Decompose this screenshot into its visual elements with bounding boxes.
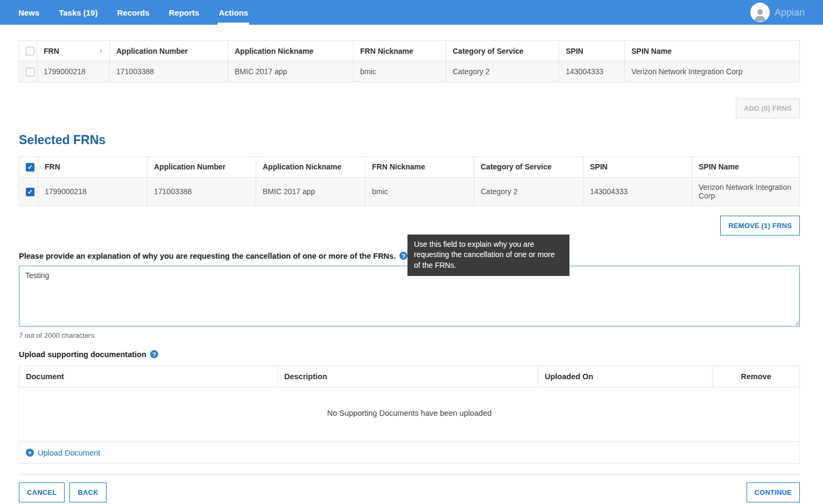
table-header-row: Document Description Uploaded On Remove [19,366,800,387]
selected-frns-table: ✓ FRN Application Number Application Nic… [19,157,800,206]
upload-document-link[interactable]: + Upload Document [26,449,100,457]
user-avatar[interactable] [750,3,770,22]
cell-category-of-service: Category 2 [446,61,559,82]
table-header-row: ✓ FRN ↑ Application Number Application N… [19,41,800,61]
cell-spin: 143004333 [559,61,625,82]
add-frns-button[interactable]: ADD (0) FRNS [736,98,800,118]
column-header-category-of-service: Category of Service [446,41,559,61]
column-header-application-nickname: Application Nickname [256,157,365,177]
table-row: ✓ 1799000218 171003388 BMIC 2017 app bmi… [19,61,800,82]
help-icon[interactable]: ? [150,350,158,358]
column-header-frn-nickname: FRN Nickname [365,157,474,177]
cell-application-number: 171003388 [110,61,228,82]
cell-category-of-service: Category 2 [474,177,583,205]
cell-application-number: 171003388 [147,177,256,205]
back-button[interactable]: BACK [69,482,106,502]
upload-document-row: + Upload Document [19,441,800,463]
column-header-application-number: Application Number [147,157,256,177]
available-frns-table: ✓ FRN ↑ Application Number Application N… [19,40,800,82]
select-all-checkbox[interactable]: ✓ [26,47,34,55]
cancel-button[interactable]: CANCEL [19,482,65,502]
cell-frn-nickname: bmic [354,61,446,82]
column-header-spin: SPIN [583,157,692,177]
column-header-application-number: Application Number [110,41,228,61]
upload-documentation-label: Upload supporting documentation [19,350,146,359]
person-icon [752,6,768,22]
remove-frns-button[interactable]: REMOVE (1) FRNS [720,216,800,236]
character-count: 7 out of 2000 characters [19,331,800,339]
nav-item-records[interactable]: Records [107,0,159,25]
main-content: ✓ FRN ↑ Application Number Application N… [0,25,823,504]
nav-item-actions[interactable]: Actions [209,0,258,25]
column-header-spin-name: SPIN Name [692,157,800,177]
empty-state-message: No Supporting Documents have been upload… [19,387,800,441]
explanation-label: Please provide an explanation of why you… [19,252,396,260]
column-header-frn: FRN ↑ [37,41,110,61]
user-area: Appian [750,0,814,25]
cell-spin-name: Verizon Network Integration Corp [625,61,800,82]
column-header-spin-name: SPIN Name [625,41,800,61]
plus-icon: + [26,449,34,457]
column-header-uploaded-on: Uploaded On [538,366,713,387]
column-header-remove: Remove [713,366,800,387]
top-navigation: News Tasks (19) Records Reports Actions … [0,0,823,25]
nav-item-reports[interactable]: Reports [159,0,209,25]
page: News Tasks (19) Records Reports Actions … [0,0,823,504]
selected-frns-heading: Selected FRNs [19,133,800,147]
nav-item-news[interactable]: News [9,0,49,25]
table-header-row: ✓ FRN Application Number Application Nic… [19,157,800,177]
column-header-description: Description [278,366,538,387]
supporting-documents-table: Document Description Uploaded On Remove … [19,366,800,464]
select-all-checkbox[interactable]: ✓ [26,163,34,172]
check-icon: ✓ [27,189,33,195]
column-header-spin: SPIN [559,41,625,61]
table-row: ✓ 1799000218 171003388 BMIC 2017 app bmi… [19,177,800,205]
cell-frn: 1799000218 [37,61,110,82]
column-header-category-of-service: Category of Service [474,157,583,177]
row-checkbox[interactable]: ✓ [26,68,34,76]
footer-actions: CANCEL BACK CONTINUE [19,474,800,502]
help-icon[interactable]: ? [399,252,407,260]
brand-logo: Appian [775,7,805,18]
continue-button[interactable]: CONTINUE [747,482,800,502]
help-tooltip: Use this field to explain why you are re… [407,235,569,276]
column-header-frn-nickname: FRN Nickname [354,41,446,61]
cell-spin: 143004333 [583,177,692,205]
sort-ascending-icon[interactable]: ↑ [99,47,103,55]
cell-frn: 1799000218 [38,177,147,205]
cell-frn-nickname: bmic [365,177,474,205]
row-checkbox[interactable]: ✓ [26,188,34,196]
column-header-application-nickname: Application Nickname [228,41,354,61]
column-header-document: Document [19,366,278,387]
nav-item-tasks[interactable]: Tasks (19) [49,0,107,25]
empty-state-row: No Supporting Documents have been upload… [19,387,800,441]
check-icon: ✓ [27,164,33,171]
cell-spin-name: Verizon Network Integration Corp [692,177,800,205]
explanation-section: Please provide an explanation of why you… [19,252,800,339]
column-header-frn: FRN [38,157,147,177]
cell-application-nickname: BMIC 2017 app [228,61,354,82]
cell-application-nickname: BMIC 2017 app [256,177,365,205]
